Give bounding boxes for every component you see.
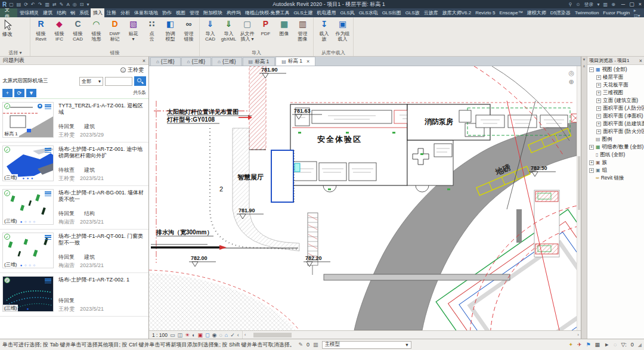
ribbon-tab[interactable]: 视图 [174, 8, 187, 17]
tab-overflow-icon[interactable]: ▸ ⊡▾ [632, 8, 644, 17]
view-tab[interactable]: ⌂{三维} [181, 57, 212, 66]
scroll-left-icon[interactable]: ‹ [243, 332, 248, 337]
vertical-scrollbar[interactable] [577, 66, 581, 330]
tree-item[interactable]: +▣组 [587, 166, 644, 174]
issue-thumbnail[interactable]: ✓● ● ●(三维) [2, 145, 54, 181]
project-browser-close-icon[interactable]: × [639, 58, 642, 64]
filter-icon[interactable]: ▽: [621, 342, 626, 348]
tree-item[interactable]: +面积平面 (人防分区面积) [587, 104, 644, 112]
ribbon-button[interactable]: ⇓导入 CAD [201, 18, 219, 42]
view-tab[interactable]: ⌂{三维} [150, 57, 181, 66]
ribbon-button[interactable]: ∞管理 链接 [179, 18, 198, 42]
refresh-button[interactable]: ⟳ [14, 89, 24, 97]
detail-level-icon[interactable]: ▭ [170, 332, 175, 338]
text-icon[interactable]: A [66, 2, 69, 7]
panel-collapse-icon[interactable]: ∧ [583, 64, 585, 68]
design-option-select[interactable]: 主模型▾ [322, 341, 411, 349]
section-icon[interactable]: ⊡ [80, 2, 84, 7]
minimize-button[interactable]: ─ [621, 1, 625, 7]
filter-select[interactable]: 全部▾ [79, 77, 103, 86]
tree-item[interactable]: ∞Revit 链接 [587, 174, 644, 182]
ribbon-button[interactable]: ◠链接 地形 [87, 18, 106, 42]
horizontal-scrollbar[interactable]: ‹ › [242, 331, 581, 339]
dropdown-icon[interactable]: ▾ [597, 2, 600, 7]
ribbon-button[interactable]: ∷点 云 [143, 18, 161, 42]
menu-icon[interactable] [45, 235, 51, 240]
tree-item[interactable]: +立面 (建筑立面) [587, 97, 644, 104]
save-icon[interactable]: ▤ [17, 2, 21, 7]
restore-button[interactable]: ▢ [629, 1, 634, 7]
panel-handle-strip[interactable]: ▼ ∧ [581, 57, 587, 339]
file-tab[interactable]: 文件 [0, 8, 17, 17]
ribbon-tab[interactable]: 族库大师V6.2 [440, 8, 473, 17]
tree-item[interactable]: +三维视图 [587, 89, 644, 97]
ribbon-tab[interactable]: Revizto 5 [473, 8, 497, 17]
search-button[interactable] [134, 76, 146, 86]
tree-item[interactable]: ▯图纸 (全部) [587, 151, 644, 159]
filter-button[interactable]: ▼ [26, 89, 36, 97]
open-icon[interactable]: ▢ [9, 2, 14, 7]
reveal-hidden-icon[interactable]: ◌ [219, 332, 222, 338]
menu-icon[interactable] [45, 278, 51, 283]
ribbon-button[interactable]: DDWF 标记 [106, 18, 124, 42]
print-icon[interactable]: ▥ [45, 2, 49, 7]
shadows-icon[interactable]: ◐ [192, 332, 195, 338]
ribbon-button[interactable]: ▢从文件 插入 ▾ [238, 18, 256, 42]
menu-icon[interactable] [45, 148, 51, 153]
revit-logo-icon[interactable]: R [2, 1, 7, 8]
ribbon-button[interactable]: ▧贴花 ▾ [124, 18, 143, 42]
3d-view-icon[interactable]: ◎ [73, 2, 77, 7]
expand-icon[interactable]: + [596, 129, 601, 134]
expand-icon[interactable]: + [596, 91, 601, 95]
request-icon[interactable]: ✈ [577, 342, 582, 348]
ribbon-button[interactable]: ◆链接 IFC [50, 18, 69, 42]
ribbon-tab[interactable]: Enscape™ [497, 8, 525, 17]
issue-card[interactable]: ✓标高 1TYT3_TERZL-F1-A-TZ-001. 迎检区域待回复建筑王柃… [0, 99, 148, 143]
temporary-view-icon[interactable]: ⌂ [225, 332, 228, 338]
ribbon-tab[interactable]: 机电通用 [315, 8, 338, 17]
tree-item[interactable]: +▦明细表/数量 (全部) [587, 143, 644, 151]
issue-card[interactable]: ✓● ○ ○ ○(三维)场布-土护降-F1-AR-BG-001. 墙体材质不统一… [0, 186, 148, 230]
tree-item[interactable]: −▦视图 (全部) [587, 66, 644, 73]
help-icon[interactable]: ⊕ [611, 2, 615, 7]
expand-icon[interactable]: + [589, 145, 594, 150]
close-button[interactable]: × [639, 1, 642, 7]
issue-thumbnail[interactable]: ✓●(三维) [2, 276, 54, 312]
quick-access-toolbar[interactable]: ▢ ▤ ⟳ ↶ ↷ ▥ ⇄ ✎ A ◎ ⊡ ▾ [9, 2, 89, 7]
undo-icon[interactable]: ↶ [31, 2, 35, 7]
drawing-canvas[interactable]: 地磅 [149, 66, 581, 330]
tree-item[interactable]: +面积平面 (防火分区面积) [587, 128, 644, 135]
ribbon-tab[interactable]: 插入 [91, 8, 104, 17]
ribbon-button[interactable]: ◧协调 模型 [161, 18, 179, 42]
tree-item[interactable]: +天花板平面 [587, 81, 644, 89]
show-crop-icon[interactable]: ◻ [205, 332, 209, 338]
collapse-icon[interactable]: − [589, 67, 594, 72]
redo-icon[interactable]: ↷ [38, 2, 42, 7]
search-icon[interactable]: ⚲ [569, 2, 572, 7]
panel-menu-icon[interactable]: ▼ [583, 58, 586, 61]
select-toggle-icon[interactable]: ► [604, 342, 609, 348]
menu-icon[interactable] [45, 191, 51, 196]
issue-card[interactable]: ✓●(三维)场布-土护降-F1-AR-TZ-002. 1待回复王柃雯2023/5… [0, 273, 148, 317]
modify-button[interactable]: 修改 [2, 18, 13, 38]
issues-panel-close-icon[interactable]: × [143, 58, 145, 64]
constraints-icon[interactable]: ✓ [230, 332, 235, 338]
steering-wheel-icon[interactable]: ◎ [568, 69, 574, 77]
ribbon-tab[interactable]: 结构 [54, 8, 68, 17]
ribbon-tab[interactable]: 协作 [160, 8, 174, 17]
tree-item[interactable]: ▤图例 [587, 135, 644, 143]
expand-icon[interactable]: + [596, 114, 601, 119]
ribbon-button[interactable]: R链接 Revit [32, 18, 50, 42]
issue-card[interactable]: ✓● ● ●(三维)场布-土护降-F1-AR-TZ-001. 途中地磅两侧栏杆需… [0, 143, 148, 186]
ribbon-tab[interactable]: 云族库 [422, 8, 440, 17]
expand-icon[interactable]: + [589, 168, 594, 173]
pin-icon[interactable] [38, 104, 42, 109]
ribbon-tab[interactable]: GLS出图 [380, 8, 403, 17]
ribbon-button[interactable]: ▥管理 图像 [293, 18, 312, 42]
zoom-tool-icon[interactable]: ⊕ [568, 78, 574, 86]
ribbon-tab[interactable]: Twinmotion [572, 8, 600, 17]
issue-thumbnail[interactable]: ✓● ○ ○ ○(三维) [2, 233, 54, 268]
expand-icon[interactable]: + [589, 160, 594, 165]
ribbon-button[interactable]: ⇓导入 gbXML [219, 18, 238, 42]
view-tab[interactable]: ⌂{三维} [212, 57, 242, 66]
